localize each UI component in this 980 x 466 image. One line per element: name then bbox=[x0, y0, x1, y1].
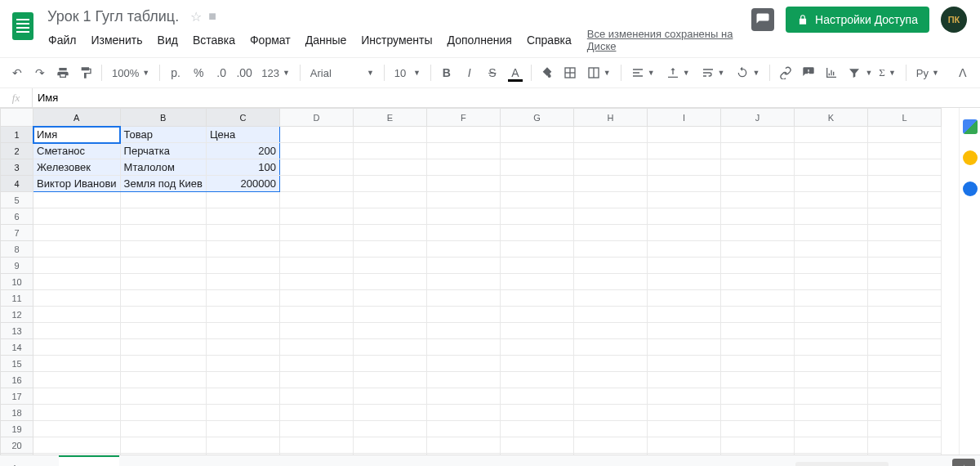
calendar-icon[interactable] bbox=[963, 119, 978, 134]
doc-title[interactable]: Урок 1 Гугл таблиц. bbox=[42, 7, 184, 27]
cell-A20[interactable] bbox=[33, 437, 121, 454]
cell-F12[interactable] bbox=[426, 307, 500, 323]
cell-L11[interactable] bbox=[867, 290, 941, 307]
cell-B3[interactable]: Мталолом bbox=[120, 159, 206, 176]
cell-L6[interactable] bbox=[867, 208, 941, 225]
cell-K10[interactable] bbox=[794, 274, 867, 290]
cell-H6[interactable] bbox=[573, 208, 647, 225]
cell-L7[interactable] bbox=[867, 225, 941, 241]
h-align-button[interactable]: ▼ bbox=[626, 62, 660, 83]
cell-F15[interactable] bbox=[426, 356, 500, 372]
cell-B10[interactable] bbox=[120, 274, 206, 290]
cell-I15[interactable] bbox=[647, 356, 720, 372]
row-header-19[interactable]: 19 bbox=[1, 421, 33, 437]
cell-H7[interactable] bbox=[573, 225, 647, 241]
row-header-16[interactable]: 16 bbox=[1, 372, 33, 388]
cell-B14[interactable] bbox=[120, 339, 206, 356]
cell-H15[interactable] bbox=[573, 356, 647, 372]
cell-I12[interactable] bbox=[647, 307, 720, 323]
cell-D3[interactable] bbox=[279, 159, 353, 176]
cell-B18[interactable] bbox=[120, 405, 206, 421]
sheets-logo[interactable] bbox=[7, 10, 39, 43]
cell-G11[interactable] bbox=[500, 290, 573, 307]
percent-button[interactable]: % bbox=[188, 62, 209, 83]
cell-I19[interactable] bbox=[647, 421, 720, 437]
cell-L8[interactable] bbox=[867, 241, 941, 258]
cell-B11[interactable] bbox=[120, 290, 206, 307]
cell-B20[interactable] bbox=[120, 437, 206, 454]
row-header-15[interactable]: 15 bbox=[1, 356, 33, 372]
cell-A21[interactable] bbox=[33, 454, 121, 455]
cell-L9[interactable] bbox=[867, 258, 941, 274]
spreadsheet-grid[interactable]: ABCDEFGHIJKL1ИмяТоварЦена2СметаносПерчат… bbox=[0, 108, 959, 455]
cell-G5[interactable] bbox=[500, 192, 573, 208]
cell-B8[interactable] bbox=[120, 241, 206, 258]
cell-E16[interactable] bbox=[353, 372, 426, 388]
cell-I21[interactable] bbox=[647, 454, 720, 455]
cell-G10[interactable] bbox=[500, 274, 573, 290]
cell-K9[interactable] bbox=[794, 258, 867, 274]
sheet-scroll-right[interactable]: ▶ bbox=[920, 459, 941, 467]
cell-D7[interactable] bbox=[279, 225, 353, 241]
tasks-icon[interactable] bbox=[963, 181, 978, 196]
cell-F9[interactable] bbox=[426, 258, 500, 274]
cell-B1[interactable]: Товар bbox=[120, 127, 206, 143]
cell-D15[interactable] bbox=[279, 356, 353, 372]
cell-H20[interactable] bbox=[573, 437, 647, 454]
row-header-6[interactable]: 6 bbox=[1, 208, 33, 225]
cell-A15[interactable] bbox=[33, 356, 121, 372]
cell-I20[interactable] bbox=[647, 437, 720, 454]
cell-F5[interactable] bbox=[426, 192, 500, 208]
row-header-4[interactable]: 4 bbox=[1, 176, 33, 192]
undo-button[interactable]: ↶ bbox=[7, 62, 28, 83]
cell-B2[interactable]: Перчатка bbox=[120, 143, 206, 159]
cell-J17[interactable] bbox=[720, 388, 794, 405]
cell-A17[interactable] bbox=[33, 388, 121, 405]
cell-H12[interactable] bbox=[573, 307, 647, 323]
cell-A7[interactable] bbox=[33, 225, 121, 241]
row-header-21[interactable]: 21 bbox=[1, 454, 33, 455]
cell-C13[interactable] bbox=[206, 323, 279, 339]
cell-I13[interactable] bbox=[647, 323, 720, 339]
cell-D21[interactable] bbox=[279, 454, 353, 455]
increase-decimal-button[interactable]: .00 bbox=[234, 62, 255, 83]
cell-L1[interactable] bbox=[867, 127, 941, 143]
cell-D14[interactable] bbox=[279, 339, 353, 356]
cell-K15[interactable] bbox=[794, 356, 867, 372]
rotate-button[interactable]: ▼ bbox=[731, 62, 764, 83]
cell-D16[interactable] bbox=[279, 372, 353, 388]
explore-button[interactable]: ✦ bbox=[952, 459, 975, 467]
col-header-A[interactable]: A bbox=[33, 109, 121, 127]
row-header-2[interactable]: 2 bbox=[1, 143, 33, 159]
cell-C7[interactable] bbox=[206, 225, 279, 241]
cell-A13[interactable] bbox=[33, 323, 121, 339]
cell-E4[interactable] bbox=[353, 176, 426, 192]
row-header-11[interactable]: 11 bbox=[1, 290, 33, 307]
cell-A1[interactable]: Имя bbox=[33, 127, 121, 143]
cell-E11[interactable] bbox=[353, 290, 426, 307]
strikethrough-button[interactable]: S bbox=[482, 62, 503, 83]
cell-K1[interactable] bbox=[794, 127, 867, 143]
cell-I1[interactable] bbox=[647, 127, 720, 143]
cell-C21[interactable] bbox=[206, 454, 279, 455]
menu-вставка[interactable]: Вставка bbox=[187, 30, 241, 50]
cell-F13[interactable] bbox=[426, 323, 500, 339]
cell-K19[interactable] bbox=[794, 421, 867, 437]
cell-C10[interactable] bbox=[206, 274, 279, 290]
comment-button[interactable] bbox=[798, 62, 819, 83]
cell-L20[interactable] bbox=[867, 437, 941, 454]
cell-K12[interactable] bbox=[794, 307, 867, 323]
cell-C2[interactable]: 200 bbox=[206, 143, 279, 159]
cell-E19[interactable] bbox=[353, 421, 426, 437]
cell-G14[interactable] bbox=[500, 339, 573, 356]
row-header-9[interactable]: 9 bbox=[1, 258, 33, 274]
cell-B6[interactable] bbox=[120, 208, 206, 225]
cell-H19[interactable] bbox=[573, 421, 647, 437]
formula-bar-input[interactable] bbox=[33, 88, 980, 107]
cell-L16[interactable] bbox=[867, 372, 941, 388]
cell-G19[interactable] bbox=[500, 421, 573, 437]
col-header-G[interactable]: G bbox=[500, 109, 573, 127]
col-header-K[interactable]: K bbox=[794, 109, 867, 127]
cell-C18[interactable] bbox=[206, 405, 279, 421]
cell-L14[interactable] bbox=[867, 339, 941, 356]
